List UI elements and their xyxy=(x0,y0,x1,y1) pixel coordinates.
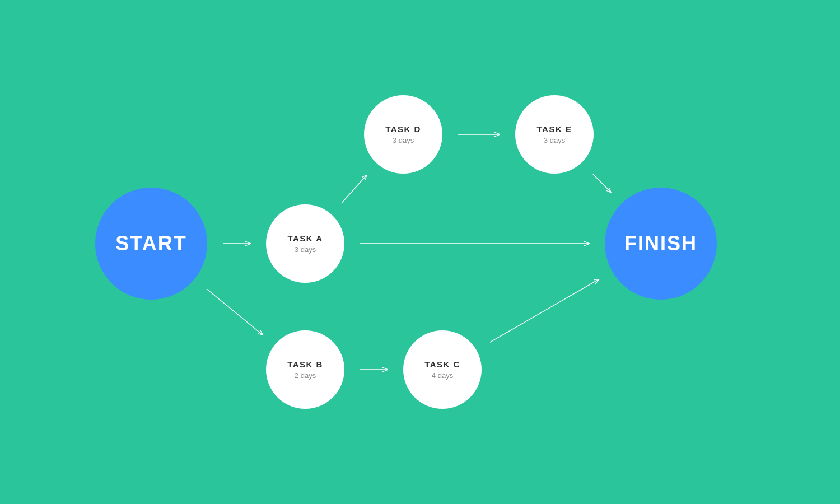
edge-c-to-finish xyxy=(490,279,599,342)
node-task-b: TASK B 2 days xyxy=(266,330,344,409)
node-task-e-sub: 3 days xyxy=(544,136,565,144)
node-task-b-title: TASK B xyxy=(287,360,323,369)
node-task-d: TASK D 3 days xyxy=(364,95,442,174)
node-task-d-title: TASK D xyxy=(385,124,421,134)
node-task-c-sub: 4 days xyxy=(432,371,453,380)
node-task-c-title: TASK C xyxy=(424,360,460,369)
node-finish: FINISH xyxy=(605,188,717,300)
node-task-a: TASK A 3 days xyxy=(266,204,344,283)
node-finish-label: FINISH xyxy=(624,232,697,255)
node-task-b-sub: 2 days xyxy=(295,371,316,380)
edge-e-to-finish xyxy=(592,174,610,192)
node-task-d-sub: 3 days xyxy=(393,136,414,144)
node-task-e-title: TASK E xyxy=(537,124,572,134)
node-task-a-sub: 3 days xyxy=(295,245,316,254)
edge-start-to-b xyxy=(207,289,263,335)
node-start: START xyxy=(95,188,207,300)
edge-a-to-d xyxy=(342,175,366,203)
node-task-c: TASK C 4 days xyxy=(403,330,482,409)
node-task-e: TASK E 3 days xyxy=(515,95,594,174)
node-start-label: START xyxy=(115,232,186,255)
diagram-stage: START FINISH TASK A 3 days TASK B 2 days… xyxy=(0,0,840,504)
node-task-a-title: TASK A xyxy=(287,234,323,243)
